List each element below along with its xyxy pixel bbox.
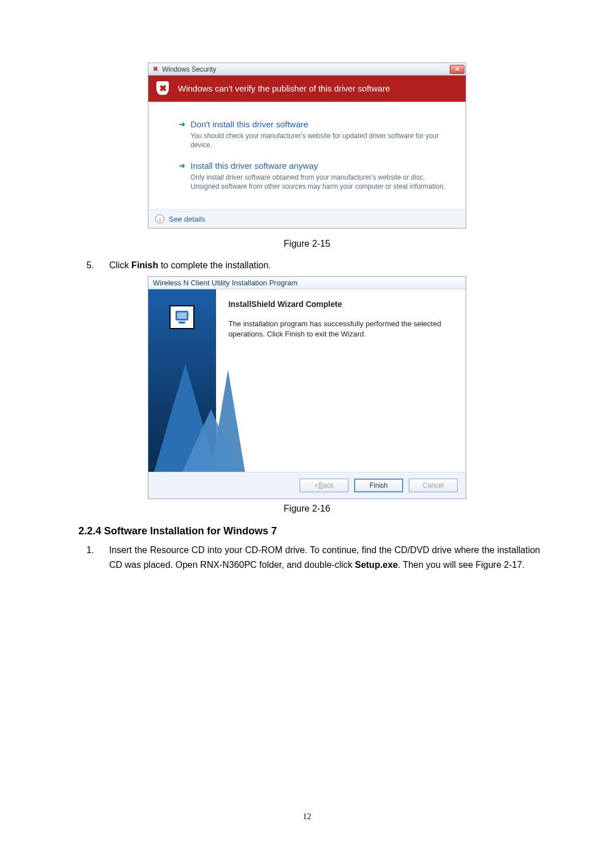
option-install-anyway-desc: Only install driver software obtained fr… (190, 173, 454, 191)
wizard-button-row: < Back Finish Cancel (148, 472, 466, 499)
shield-x-icon: ✖ (155, 80, 170, 96)
arrow-right-icon: ➔ (179, 119, 185, 130)
security-dialog-titlebar: ✖ Windows Security ✕ (148, 63, 466, 76)
security-dialog-title: Windows Security (162, 65, 446, 73)
svg-rect-1 (177, 313, 187, 319)
option-dont-install-title: Don't install this driver software (190, 119, 454, 130)
security-dialog: ✖ Windows Security ✕ ✖ Windows can't ver… (148, 63, 466, 229)
step-5: 5. Click Finish to complete the installa… (86, 260, 540, 271)
step-5-number: 5. (86, 260, 99, 271)
cancel-button: Cancel (409, 479, 458, 492)
security-dialog-footer: ⌄ See details (148, 209, 466, 228)
wizard-body: InstallShield Wizard Complete The instal… (148, 289, 466, 472)
option-install-anyway-title: Install this driver software anyway (190, 160, 454, 172)
security-dialog-body: ➔ Don't install this driver software You… (148, 102, 466, 209)
figure-2-15-caption: Figure 2-15 (74, 239, 540, 249)
chevron-down-icon[interactable]: ⌄ (155, 214, 164, 223)
wizard-sidebar-art (148, 289, 216, 472)
wizard-description: The installation program has successfull… (229, 319, 453, 339)
wizard-title: Wireless N Client Utility Installation P… (153, 279, 297, 287)
finish-button[interactable]: Finish (354, 479, 403, 492)
figure-2-16-caption: Figure 2-16 (74, 504, 540, 514)
installshield-wizard: Wireless N Client Utility Installation P… (148, 276, 466, 499)
svg-rect-2 (179, 322, 185, 324)
step-5-text: Click Finish to complete the installatio… (109, 260, 271, 271)
section-2-2-4-heading: 2.2.4 Software Installation for Windows … (78, 525, 540, 537)
wizard-heading: InstallShield Wizard Complete (229, 300, 453, 309)
page-number: 12 (0, 812, 614, 821)
option-install-anyway[interactable]: ➔ Install this driver software anyway On… (160, 158, 454, 200)
back-button: < Back (300, 479, 349, 492)
wizard-content: InstallShield Wizard Complete The instal… (216, 289, 466, 472)
security-dialog-headline-band: ✖ Windows can't verify the publisher of … (148, 76, 466, 102)
wizard-titlebar: Wireless N Client Utility Installation P… (148, 277, 466, 289)
step-1-number: 1. (86, 543, 99, 572)
arrow-right-icon: ➔ (179, 161, 185, 171)
option-dont-install[interactable]: ➔ Don't install this driver software You… (160, 117, 454, 158)
close-icon[interactable]: ✕ (450, 65, 464, 74)
see-details-link[interactable]: See details (169, 215, 205, 223)
computer-icon (169, 305, 194, 329)
step-1-text: Insert the Resource CD into your CD-ROM … (109, 543, 540, 572)
step-1: 1. Insert the Resource CD into your CD-R… (86, 543, 540, 572)
option-dont-install-desc: You should check your manufacturer's web… (190, 131, 454, 149)
shield-small-icon: ✖ (152, 66, 159, 73)
security-dialog-headline: Windows can't verify the publisher of th… (178, 84, 390, 93)
